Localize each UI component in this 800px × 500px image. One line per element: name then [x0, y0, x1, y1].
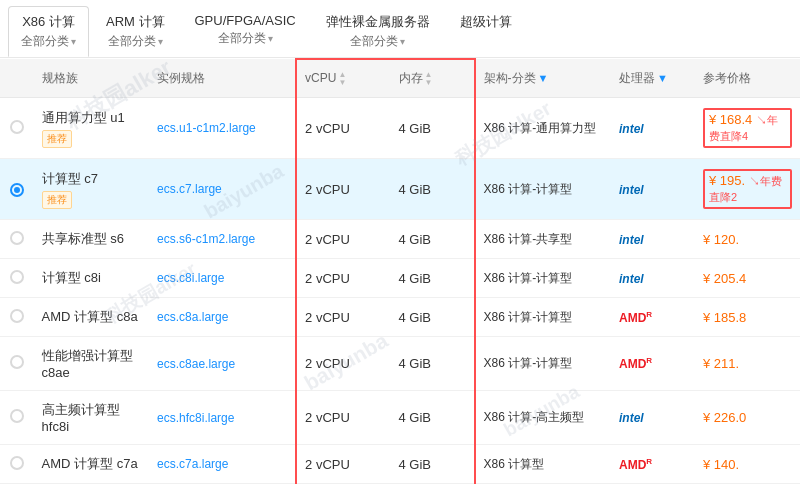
recommend-badge: 推荐 — [42, 191, 72, 209]
chevron-down-icon: ▾ — [400, 36, 405, 47]
price-value: ¥ 205.4 — [703, 271, 792, 286]
processor-cell: AMDR — [611, 337, 695, 391]
vcpu-cell: 2 vCPU — [296, 391, 390, 445]
family-cell: 高主频计算型 hfc8i — [34, 391, 149, 445]
tab-bar: X86 计算 全部分类 ▾ ARM 计算 全部分类 ▾ GPU/FPGA/ASI… — [0, 0, 800, 58]
col-header-mem[interactable]: 内存▲▼ — [391, 59, 475, 98]
processor-cell: AMDR — [611, 445, 695, 484]
tab-bare[interactable]: 弹性裸金属服务器 全部分类 ▾ — [313, 6, 443, 57]
amd-brand: AMDR — [619, 357, 652, 371]
price-cell: ¥ 226.0 — [695, 391, 800, 445]
intel-brand: intel — [619, 233, 644, 247]
instance-cell: ecs.c8ae.large — [149, 337, 296, 391]
table-row[interactable]: AMD 计算型 c7a ecs.c7a.large2 vCPU4 GiBX86 … — [0, 445, 800, 484]
table-row[interactable]: 通用算力型 u1 推荐 ecs.u1-c1m2.large2 vCPU4 GiB… — [0, 98, 800, 159]
processor-cell: intel — [611, 259, 695, 298]
arch-cell: X86 计算-计算型 — [475, 159, 611, 220]
col-header-family: 规格族 — [34, 59, 149, 98]
price-cell: ¥ 140. — [695, 445, 800, 484]
tab-x86[interactable]: X86 计算 全部分类 ▾ — [8, 6, 89, 57]
tab-arm[interactable]: ARM 计算 全部分类 ▾ — [93, 6, 178, 57]
vcpu-cell: 2 vCPU — [296, 159, 390, 220]
mem-cell: 4 GiB — [391, 337, 475, 391]
price-value: ¥ 185.8 — [703, 310, 792, 325]
price-cell: ¥ 168.4 ↘年费直降4 — [695, 98, 800, 159]
tab-sub-arm: 全部分类 ▾ — [108, 33, 163, 50]
arch-cell: X86 计算-计算型 — [475, 337, 611, 391]
tab-name-gpu: GPU/FPGA/ASIC — [195, 13, 296, 28]
family-cell: 性能增强计算型 c8ae — [34, 337, 149, 391]
price-value: ¥ 226.0 — [703, 410, 792, 425]
filter-icon-proc[interactable]: ▼ — [657, 72, 668, 84]
radio-button[interactable] — [10, 183, 24, 197]
arch-cell: X86 计算-计算型 — [475, 259, 611, 298]
radio-button[interactable] — [10, 355, 24, 369]
table-row[interactable]: 计算型 c7 推荐 ecs.c7.large2 vCPU4 GiBX86 计算-… — [0, 159, 800, 220]
family-cell: AMD 计算型 c8a — [34, 298, 149, 337]
chevron-down-icon: ▾ — [71, 36, 76, 47]
tab-name-x86: X86 计算 — [22, 13, 75, 31]
mem-cell: 4 GiB — [391, 98, 475, 159]
vcpu-cell: 2 vCPU — [296, 337, 390, 391]
tab-sub-gpu: 全部分类 ▾ — [218, 30, 273, 47]
price-cell: ¥ 185.8 — [695, 298, 800, 337]
radio-cell[interactable] — [0, 259, 34, 298]
col-header-arch[interactable]: 架构-分类▼ — [475, 59, 611, 98]
radio-cell[interactable] — [0, 220, 34, 259]
price-cell: ¥ 211. — [695, 337, 800, 391]
tab-sub-bare: 全部分类 ▾ — [350, 33, 405, 50]
sort-icon-mem[interactable]: ▲▼ — [425, 71, 433, 87]
instance-table: 规格族实例规格vCPU▲▼内存▲▼架构-分类▼处理器▼参考价格 通用算力型 u1… — [0, 58, 800, 484]
price-cell: ¥ 195. ↘年费直降2 — [695, 159, 800, 220]
family-cell: 共享标准型 s6 — [34, 220, 149, 259]
filter-icon-arch[interactable]: ▼ — [538, 72, 549, 84]
radio-cell[interactable] — [0, 298, 34, 337]
col-header-vcpu[interactable]: vCPU▲▼ — [296, 59, 390, 98]
tab-gpu[interactable]: GPU/FPGA/ASIC 全部分类 ▾ — [182, 6, 309, 57]
radio-cell[interactable] — [0, 391, 34, 445]
radio-button[interactable] — [10, 409, 24, 423]
amd-brand: AMDR — [619, 458, 652, 472]
radio-cell[interactable] — [0, 159, 34, 220]
family-cell: 通用算力型 u1 推荐 — [34, 98, 149, 159]
col-header-proc[interactable]: 处理器▼ — [611, 59, 695, 98]
processor-cell: AMDR — [611, 298, 695, 337]
mem-cell: 4 GiB — [391, 220, 475, 259]
price-value: ¥ 168.4 — [709, 112, 752, 127]
intel-brand: intel — [619, 183, 644, 197]
recommend-badge: 推荐 — [42, 130, 72, 148]
sort-icon-vcpu[interactable]: ▲▼ — [338, 71, 346, 87]
table-row[interactable]: 共享标准型 s6 ecs.s6-c1m2.large2 vCPU4 GiBX86… — [0, 220, 800, 259]
col-header-price: 参考价格 — [695, 59, 800, 98]
table-row[interactable]: 计算型 c8i ecs.c8i.large2 vCPU4 GiBX86 计算-计… — [0, 259, 800, 298]
instance-cell: ecs.c7a.large — [149, 445, 296, 484]
intel-brand: intel — [619, 272, 644, 286]
radio-button[interactable] — [10, 456, 24, 470]
radio-button[interactable] — [10, 231, 24, 245]
mem-cell: 4 GiB — [391, 298, 475, 337]
mem-cell: 4 GiB — [391, 159, 475, 220]
price-value: ¥ 211. — [703, 356, 792, 371]
price-value: ¥ 195. — [709, 173, 745, 188]
radio-cell[interactable] — [0, 337, 34, 391]
vcpu-cell: 2 vCPU — [296, 98, 390, 159]
vcpu-cell: 2 vCPU — [296, 298, 390, 337]
vcpu-cell: 2 vCPU — [296, 220, 390, 259]
table-row[interactable]: 性能增强计算型 c8ae ecs.c8ae.large2 vCPU4 GiBX8… — [0, 337, 800, 391]
tab-super[interactable]: 超级计算 — [447, 6, 525, 57]
tab-name-super: 超级计算 — [460, 13, 512, 31]
radio-button[interactable] — [10, 270, 24, 284]
radio-cell[interactable] — [0, 98, 34, 159]
amd-brand: AMDR — [619, 311, 652, 325]
price-cell: ¥ 120. — [695, 220, 800, 259]
table-row[interactable]: 高主频计算型 hfc8i ecs.hfc8i.large2 vCPU4 GiBX… — [0, 391, 800, 445]
radio-cell[interactable] — [0, 445, 34, 484]
instance-cell: ecs.c8a.large — [149, 298, 296, 337]
radio-button[interactable] — [10, 309, 24, 323]
family-cell: AMD 计算型 c7a — [34, 445, 149, 484]
intel-brand: intel — [619, 122, 644, 136]
processor-cell: intel — [611, 391, 695, 445]
table-row[interactable]: AMD 计算型 c8a ecs.c8a.large2 vCPU4 GiBX86 … — [0, 298, 800, 337]
instance-cell: ecs.c7.large — [149, 159, 296, 220]
radio-button[interactable] — [10, 120, 24, 134]
